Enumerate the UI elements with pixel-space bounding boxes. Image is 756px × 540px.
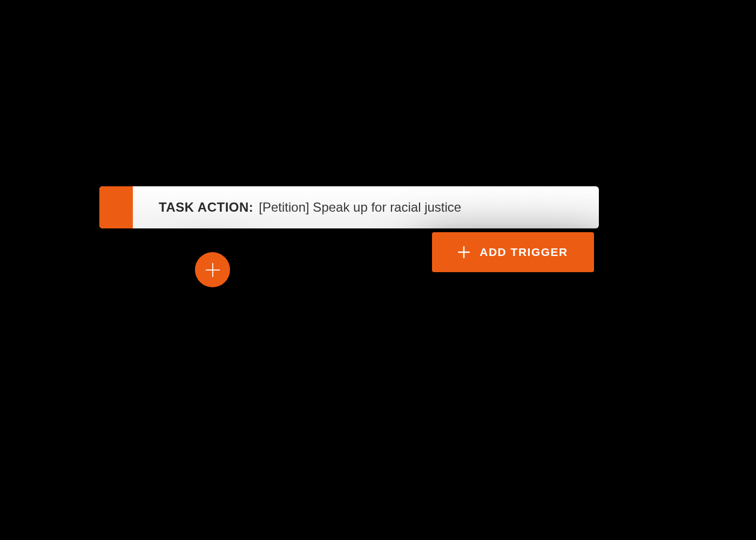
- plus-icon: [204, 261, 221, 279]
- task-value: [Petition] Speak up for racial justice: [259, 200, 461, 215]
- add-trigger-button[interactable]: ADD TRIGGER: [432, 232, 594, 272]
- add-trigger-label: ADD TRIGGER: [480, 246, 568, 259]
- task-content: TASK ACTION: [Petition] Speak up for rac…: [133, 200, 461, 215]
- task-color-indicator: [99, 186, 133, 228]
- task-label: TASK ACTION:: [159, 200, 253, 215]
- add-node-button[interactable]: [195, 252, 230, 287]
- plus-icon: [458, 246, 470, 258]
- task-action-card[interactable]: TASK ACTION: [Petition] Speak up for rac…: [99, 186, 599, 228]
